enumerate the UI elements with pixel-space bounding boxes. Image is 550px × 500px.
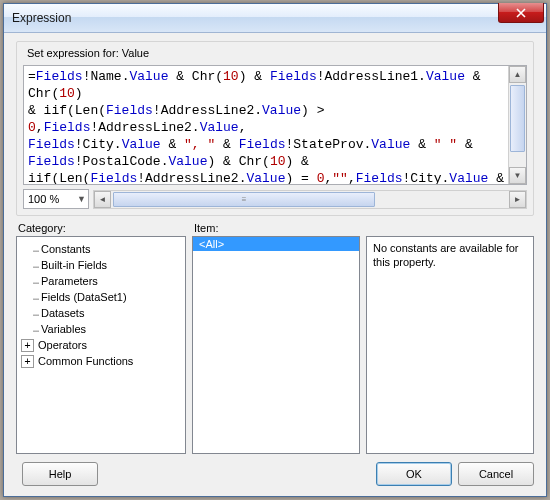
tree-branch-icon: … [21, 257, 39, 273]
tree-expander-icon[interactable]: + [21, 339, 34, 352]
scroll-left-arrow-icon[interactable]: ◄ [94, 191, 111, 208]
expression-editor[interactable]: =Fields!Name.Value & Chr(10) & Fields!Ad… [24, 66, 508, 184]
category-item-label: Parameters [41, 273, 98, 289]
lower-panels: Category: …Constants…Built-in Fields…Par… [16, 222, 534, 454]
expression-token: !City. [403, 171, 450, 184]
category-label: Category: [16, 222, 186, 234]
cancel-button[interactable]: Cancel [458, 462, 534, 486]
tree-expander-icon[interactable]: + [21, 355, 34, 368]
expression-token: ) & Chr( [207, 154, 269, 169]
category-item-label: Built-in Fields [41, 257, 107, 273]
item-label: Item: [192, 222, 360, 234]
expression-token: & [215, 137, 238, 152]
expression-label: Set expression for: Value [23, 47, 153, 59]
expression-token: ", " [184, 137, 215, 152]
expression-token: Fields [90, 171, 137, 184]
expression-token: Fields [28, 154, 75, 169]
expression-token: Value [200, 120, 239, 135]
category-item[interactable]: …Constants [19, 241, 183, 257]
expression-dialog: Expression Set expression for: Value =Fi… [3, 3, 547, 497]
expression-token: 10 [223, 69, 239, 84]
expression-token: Value [246, 171, 285, 184]
expression-token: Fields [28, 137, 75, 152]
editor-vertical-scrollbar[interactable]: ▲ ▼ [508, 66, 526, 184]
expression-token: & Chr( [168, 69, 223, 84]
item-list[interactable]: <All> [192, 236, 360, 454]
expression-token: & [457, 137, 473, 152]
help-button[interactable]: Help [22, 462, 98, 486]
expression-token: 10 [270, 154, 286, 169]
expression-group: Set expression for: Value =Fields!Name.V… [16, 41, 534, 216]
tree-branch-icon: … [21, 289, 39, 305]
category-item-label: Common Functions [38, 353, 133, 369]
category-item-label: Datasets [41, 305, 84, 321]
description-panel: No constants are available for this prop… [366, 222, 534, 454]
dialog-buttons: Help OK Cancel [16, 462, 534, 486]
titlebar[interactable]: Expression [4, 4, 546, 33]
close-button[interactable] [498, 3, 544, 23]
expression-token: !City. [75, 137, 122, 152]
expression-token: Value [426, 69, 465, 84]
scroll-track[interactable]: ≡ [111, 191, 509, 208]
expression-token: ) & [239, 69, 270, 84]
expression-token: Value [129, 69, 168, 84]
expression-token: Value [449, 171, 488, 184]
zoom-combo[interactable]: 100 % ▼ [23, 189, 89, 209]
category-item[interactable]: +Operators [19, 337, 183, 353]
category-item[interactable]: …Parameters [19, 273, 183, 289]
expression-token: !StateProv. [285, 137, 371, 152]
category-item[interactable]: +Common Functions [19, 353, 183, 369]
expression-token: "" [332, 171, 348, 184]
category-item[interactable]: …Fields (DataSet1) [19, 289, 183, 305]
scroll-thumb[interactable] [510, 85, 525, 152]
expression-token: Fields [36, 69, 83, 84]
expression-token: Fields [106, 103, 153, 118]
category-item[interactable]: …Variables [19, 321, 183, 337]
expression-editor-container: =Fields!Name.Value & Chr(10) & Fields!Ad… [23, 65, 527, 185]
expression-token: , [239, 120, 247, 135]
item-panel: Item: <All> [192, 222, 360, 454]
item-list-entry[interactable]: <All> [193, 237, 359, 251]
expression-token: Fields [270, 69, 317, 84]
scroll-down-arrow-icon[interactable]: ▼ [509, 167, 526, 184]
expression-token: 0 [317, 171, 325, 184]
editor-horizontal-scrollbar[interactable]: ◄ ≡ ► [93, 190, 527, 209]
category-item-label: Variables [41, 321, 86, 337]
category-item[interactable]: …Datasets [19, 305, 183, 321]
expression-token: & [410, 137, 433, 152]
expression-token: , [36, 120, 44, 135]
category-item-label: Operators [38, 337, 87, 353]
expression-token: Value [122, 137, 161, 152]
scroll-right-arrow-icon[interactable]: ► [509, 191, 526, 208]
ok-button[interactable]: OK [376, 462, 452, 486]
expression-token: Fields [239, 137, 286, 152]
expression-token: !Name. [83, 69, 130, 84]
scroll-up-arrow-icon[interactable]: ▲ [509, 66, 526, 83]
expression-token: Value [262, 103, 301, 118]
expression-token: Fields [356, 171, 403, 184]
expression-token: " " [434, 137, 457, 152]
category-item-label: Constants [41, 241, 91, 257]
tree-branch-icon: … [21, 273, 39, 289]
expression-token: = [28, 69, 36, 84]
expression-token: , [348, 171, 356, 184]
chevron-down-icon: ▼ [77, 194, 86, 204]
category-panel: Category: …Constants…Built-in Fields…Par… [16, 222, 186, 454]
expression-token: ) > [301, 103, 332, 118]
zoom-value: 100 % [28, 193, 59, 205]
tree-branch-icon: … [21, 321, 39, 337]
expression-token: !AddressLine2. [137, 171, 246, 184]
expression-token: !PostalCode. [75, 154, 169, 169]
expression-token: Fields [44, 120, 91, 135]
expression-token: & [488, 171, 508, 184]
expression-token: 0 [28, 120, 36, 135]
scroll-thumb[interactable]: ≡ [113, 192, 375, 207]
window-title: Expression [12, 11, 71, 25]
description-box: No constants are available for this prop… [366, 236, 534, 454]
scroll-track[interactable] [509, 83, 526, 167]
tree-branch-icon: … [21, 305, 39, 321]
category-item[interactable]: …Built-in Fields [19, 257, 183, 273]
category-tree[interactable]: …Constants…Built-in Fields…Parameters…Fi… [16, 236, 186, 454]
expression-token: Value [371, 137, 410, 152]
expression-token: !AddressLine2. [153, 103, 262, 118]
